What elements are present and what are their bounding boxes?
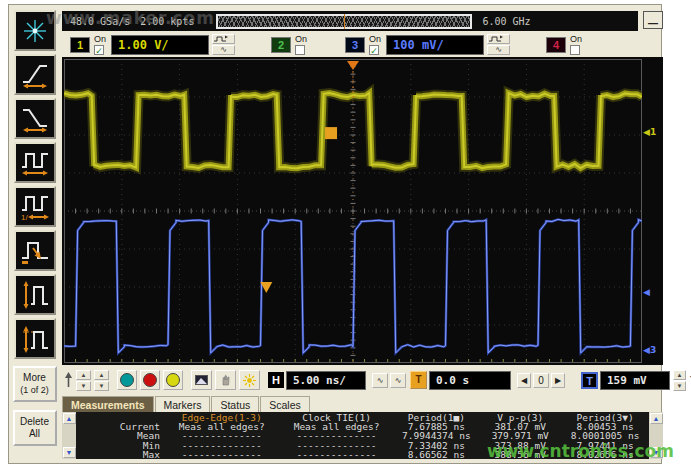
- ground-marker-ch3[interactable]: ◀3: [643, 345, 656, 355]
- delete-all-label: Delete: [15, 416, 55, 428]
- watermark-bottom-right: www.cntronics.com: [487, 441, 674, 461]
- scroll-up-icon[interactable]: ▲: [650, 413, 663, 424]
- timebase-field[interactable]: 5.00 ns/: [286, 371, 366, 390]
- red-marker-button[interactable]: [140, 370, 160, 390]
- channel-3-button[interactable]: 3: [345, 37, 365, 53]
- channel-3-scale-field[interactable]: 100 mV/: [386, 35, 484, 55]
- channel-2-checkbox[interactable]: [295, 45, 305, 55]
- tab-measurements[interactable]: Measurements: [62, 396, 154, 412]
- ground-marker-ch1[interactable]: ◀1: [643, 127, 656, 137]
- watermark-top-left: www.maker.com: [46, 8, 215, 28]
- delete-all-button[interactable]: Delete All: [13, 410, 57, 446]
- more-button-label: More: [15, 372, 55, 384]
- cell: 8.66562 ns: [393, 450, 479, 459]
- edge-select-square-marker[interactable]: [325, 127, 337, 139]
- cell: --------------: [280, 450, 394, 459]
- pulse-width-button[interactable]: [14, 230, 56, 271]
- pulse-width-icon: [20, 236, 50, 266]
- trigger-position-marker[interactable]: [347, 61, 359, 70]
- brightness-button[interactable]: [239, 370, 260, 390]
- main-area: 48.0 GSa/s 2.00 kpts 6.00 GHz — 1 On ✓ 1…: [62, 5, 663, 463]
- channel-1-sine-menu-icon[interactable]: ∿: [212, 45, 235, 55]
- fall-time-icon: [20, 104, 50, 134]
- peak-peak-button[interactable]: [14, 318, 56, 359]
- channel-1-scale-field[interactable]: 1.00 V/: [111, 35, 209, 55]
- hscale-zoom-out-icon[interactable]: ∿: [372, 373, 388, 388]
- period-icon: [20, 148, 50, 178]
- position-right-button[interactable]: ▶: [551, 373, 565, 388]
- more-button[interactable]: More (1 of 2): [13, 366, 57, 402]
- measurement-sidebar: 1/: [9, 5, 60, 463]
- time-reference-button[interactable]: T: [410, 371, 427, 389]
- channel-1-on-label: On: [94, 35, 106, 44]
- yellow-ball-icon: [166, 373, 180, 387]
- channel-4-button[interactable]: 4: [546, 37, 566, 53]
- row-label: Max: [76, 450, 164, 459]
- marker-arrow-icon: [64, 372, 73, 388]
- table-scrollbar-left: ▲ ▼: [62, 412, 76, 459]
- horizontal-settings-button[interactable]: H: [268, 372, 284, 388]
- trigger-level-spinner: ▲ ▼: [673, 370, 686, 391]
- more-button-page: (1 of 2): [15, 384, 55, 396]
- rise-time-button[interactable]: [14, 54, 56, 95]
- waveform-graticule: [64, 59, 642, 363]
- tab-scales[interactable]: Scales: [260, 396, 310, 412]
- channel-3-checkbox[interactable]: ✓: [369, 45, 379, 55]
- yellow-marker-button[interactable]: [163, 370, 183, 390]
- trigger-level-up-button[interactable]: ▲: [673, 370, 686, 380]
- amplitude-button[interactable]: [14, 274, 56, 315]
- tab-markers[interactable]: Markers: [155, 396, 211, 412]
- marker-a-up-button[interactable]: ▲: [76, 370, 91, 380]
- channel-2-button[interactable]: 2: [271, 37, 291, 53]
- bandwidth: 6.00 GHz: [482, 16, 530, 27]
- bottom-tab-bar: Measurements Markers Status Scales: [62, 395, 663, 413]
- period-button[interactable]: [14, 142, 56, 183]
- scroll-down-icon[interactable]: ▼: [63, 447, 76, 458]
- ground-marker-chx[interactable]: ◀: [643, 287, 650, 297]
- touch-button[interactable]: [215, 370, 236, 390]
- rise-time-icon: [20, 60, 50, 90]
- marker-b-down-button[interactable]: ▼: [94, 381, 109, 391]
- teal-ball-icon: [120, 373, 134, 387]
- trigger-level-down-button[interactable]: ▼: [673, 381, 686, 391]
- screen-capture-button[interactable]: [191, 370, 212, 390]
- horizontal-position-field[interactable]: 0.0 s: [429, 371, 511, 390]
- position-left-button[interactable]: ◀: [517, 373, 531, 388]
- channel-3-sine-menu-icon[interactable]: ∿: [487, 45, 510, 55]
- minimize-button[interactable]: —: [643, 11, 663, 29]
- marker-a-spinner: ▲ ▼: [76, 370, 91, 391]
- peak-peak-icon: [20, 324, 50, 354]
- frequency-icon: 1/: [20, 192, 50, 222]
- delete-all-label2: All: [15, 428, 55, 440]
- channel-3-on-label: On: [369, 35, 381, 44]
- horizontal-toolbar: ▲ ▼ ▲ ▼ H: [62, 365, 663, 395]
- screen-icon: [195, 375, 208, 385]
- marker-b-spinner: ▲ ▼: [94, 370, 109, 391]
- tab-status[interactable]: Status: [211, 396, 259, 412]
- channel-4-checkbox[interactable]: [570, 45, 580, 55]
- sun-icon: [243, 374, 256, 387]
- hscale-zoom-in-icon[interactable]: ∿: [390, 373, 406, 388]
- scroll-up-icon[interactable]: ▲: [63, 413, 76, 424]
- trigger-settings-button[interactable]: T: [581, 372, 598, 389]
- channel-setup-row: 1 On ✓ 1.00 V/ ∿ 2 On 3 On ✓ 100: [62, 32, 663, 57]
- marker-a-down-button[interactable]: ▼: [76, 381, 91, 391]
- acquisition-timeline[interactable]: [216, 14, 472, 29]
- channel-1-waveform-menu-icon[interactable]: [212, 34, 235, 44]
- waveform-display[interactable]: ◀1◀◀3: [62, 57, 663, 365]
- oscilloscope-window: 1/: [8, 4, 662, 464]
- trigger-level-field[interactable]: 159 mV: [600, 371, 670, 390]
- cell: --------------: [164, 450, 280, 459]
- teal-marker-button[interactable]: [117, 370, 137, 390]
- position-zero-button[interactable]: 0: [533, 373, 549, 388]
- marker-b-up-button[interactable]: ▲: [94, 370, 109, 380]
- channel-1-checkbox[interactable]: ✓: [94, 45, 104, 55]
- svg-text:1/: 1/: [21, 213, 28, 222]
- jitter-mode-icon: [22, 18, 48, 44]
- channel-3-waveform-menu-icon[interactable]: [487, 34, 510, 44]
- fall-time-button[interactable]: [14, 98, 56, 139]
- red-ball-icon: [143, 373, 157, 387]
- frequency-button[interactable]: 1/: [14, 186, 56, 227]
- channel-1-button[interactable]: 1: [70, 37, 90, 53]
- channel-4-on-label: On: [570, 35, 582, 44]
